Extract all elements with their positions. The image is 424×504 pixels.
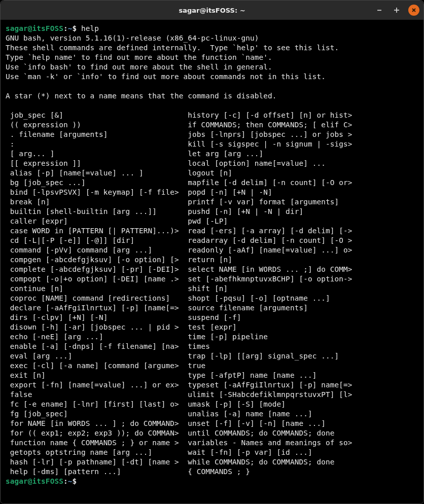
output-line: command [-pVv] command [arg ...] readonl…: [6, 245, 418, 255]
output-line: : kill [-s sigspec | -n signum | -sigs>: [6, 139, 418, 149]
maximize-button[interactable]: [391, 5, 402, 16]
output-line: eval [arg ...] trap [-lp] [[arg] signal_…: [6, 351, 418, 361]
output-line: break [n] printf [-v var] format [argume…: [6, 197, 418, 207]
output-line: continue [n] shift [n]: [6, 284, 418, 294]
output-line: Use `man -k' or `info' to find out more …: [6, 72, 418, 82]
output-line: for NAME [in WORDS ... ] ; do COMMAND> u…: [6, 419, 418, 428]
output-line: compopt [-o|+o option] [-DEI] [name .> s…: [6, 274, 418, 284]
output-line: false ulimit [-SHabcdefiklmnpqrstuvxPT] …: [6, 390, 418, 400]
prompt-dollar: $: [72, 477, 77, 485]
output-line: exit [n] type [-afptP] name [name ...]: [6, 371, 418, 380]
output-line: A star (*) next to a name means that the…: [6, 91, 418, 101]
output-line: for (( exp1; exp2; exp3 )); do COMMAN> u…: [6, 428, 418, 438]
output-line: compgen [-abcdefgjksuv] [-o option] [> r…: [6, 255, 418, 265]
titlebar: sagar@itsFOSS: ~: [1, 1, 423, 20]
output-line: builtin [shell-builtin [arg ...]] pushd …: [6, 207, 418, 217]
prompt-user-host: sagar@itsFOSS: [6, 24, 63, 32]
window-controls: [374, 5, 419, 16]
output-line: complete [-abcdefgjksuv] [-pr] [-DEI]> s…: [6, 265, 418, 274]
output-line: declare [-aAfFgiIlnrtux] [-p] [name[=> s…: [6, 303, 418, 313]
output-line: job_spec [&] history [-c] [-d offset] [n…: [6, 111, 418, 120]
prompt-dollar: $: [72, 24, 77, 32]
close-icon: [411, 8, 416, 13]
output-line: export [-fn] [name[=value] ...] or ex> t…: [6, 380, 418, 390]
output-line: bg [job_spec ...] mapfile [-d delim] [-n…: [6, 178, 418, 188]
output-line: fg [job_spec] unalias [-a] name [name ..…: [6, 409, 418, 419]
svg-rect-0: [377, 10, 381, 11]
output-line: help [-dms] [pattern ...] { COMMANDS ; }: [6, 467, 418, 477]
output-line: caller [expr] pwd [-LP]: [6, 217, 418, 226]
output-line: coproc [NAME] command [redirections] sho…: [6, 294, 418, 303]
output-line: getopts optstring name [arg ...] wait [-…: [6, 448, 418, 457]
prompt-separator: :: [63, 24, 68, 32]
minimize-button[interactable]: [374, 5, 385, 16]
output-line: [ arg... ] let arg [arg ...]: [6, 149, 418, 159]
output-line: Type `help name' to find out more about …: [6, 53, 418, 62]
typed-command: help: [77, 24, 99, 32]
output-line: . filename [arguments] jobs [-lnprs] [jo…: [6, 130, 418, 139]
output-line: function name { COMMANDS ; } or name > v…: [6, 438, 418, 448]
output-line: [[ expression ]] local [option] name[=va…: [6, 159, 418, 168]
output-line: [6, 101, 418, 111]
plus-icon: [394, 7, 400, 13]
output-line: GNU bash, version 5.1.16(1)-release (x86…: [6, 33, 418, 43]
output-line: Use `info bash' to find out more about t…: [6, 62, 418, 72]
output-line: enable [-a] [-dnps] [-f filename] [na> t…: [6, 342, 418, 351]
output-line: hash [-lr] [-p pathname] [-dt] [name > w…: [6, 457, 418, 467]
minimize-icon: [377, 8, 382, 13]
prompt-line: sagar@itsFOSS:~$: [6, 477, 418, 486]
output-line: These shell commands are defined interna…: [6, 43, 418, 53]
output-line: dirs [-clpv] [+N] [-N] suspend [-f]: [6, 313, 418, 322]
output-line: fc [-e ename] [-lnr] [first] [last] o> u…: [6, 400, 418, 409]
prompt-user-host: sagar@itsFOSS: [6, 477, 63, 485]
prompt-separator: :: [63, 477, 68, 485]
terminal-window: sagar@itsFOSS: ~ sagar@itsFOSS:~$ helpGN…: [0, 0, 424, 504]
prompt-line: sagar@itsFOSS:~$ help: [6, 24, 418, 33]
cursor-position[interactable]: [77, 477, 81, 485]
output-line: echo [-neE] [arg ...] time [-p] pipeline: [6, 332, 418, 342]
window-title: sagar@itsFOSS: ~: [179, 7, 245, 14]
output-line: bind [-lpsvPSVX] [-m keymap] [-f file> p…: [6, 188, 418, 197]
output-line: cd [-L|[-P [-e]] [-@]] [dir] readarray […: [6, 236, 418, 245]
close-button[interactable]: [408, 5, 419, 16]
output-line: exec [-cl] [-a name] [command [argume> t…: [6, 361, 418, 371]
terminal-output-area[interactable]: sagar@itsFOSS:~$ helpGNU bash, version 5…: [1, 20, 423, 503]
svg-rect-2: [394, 10, 399, 11]
output-line: case WORD in [PATTERN [| PATTERN]...)> r…: [6, 226, 418, 236]
output-line: [6, 82, 418, 91]
output-line: (( expression )) if COMMANDS; then COMMA…: [6, 120, 418, 130]
output-line: alias [-p] [name[=value] ... ] logout [n…: [6, 168, 418, 178]
output-line: disown [-h] [-ar] [jobspec ... | pid > t…: [6, 322, 418, 332]
